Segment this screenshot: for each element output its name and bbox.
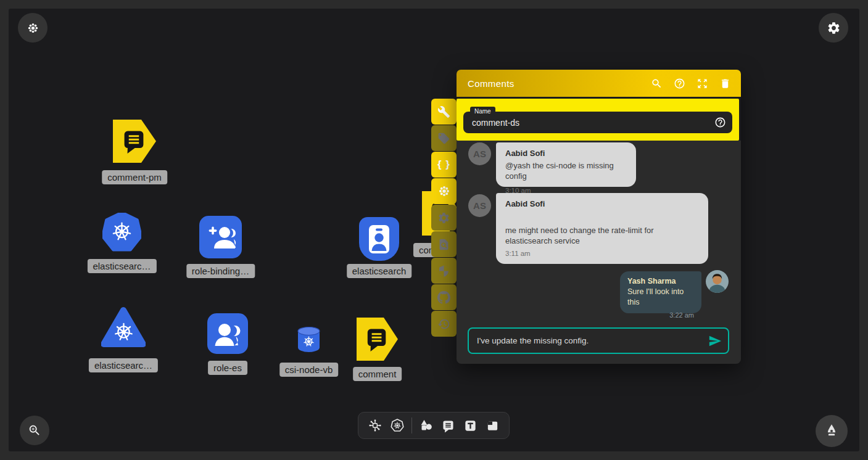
kubernetes-context-button[interactable] bbox=[18, 13, 48, 43]
connect-nodes-icon bbox=[368, 418, 382, 433]
comment-composer bbox=[468, 327, 729, 354]
name-help-button[interactable] bbox=[714, 117, 726, 128]
kubernetes-button[interactable] bbox=[386, 414, 408, 437]
shapes-button[interactable] bbox=[415, 414, 437, 437]
node-label: comment-pm bbox=[102, 170, 167, 184]
toolbar-settings-button[interactable] bbox=[431, 205, 457, 231]
message-author: Aabid Sofi bbox=[505, 149, 627, 158]
name-field-section: Name bbox=[457, 99, 739, 141]
toolbar-configure-button[interactable] bbox=[431, 99, 457, 125]
node-csi-node[interactable]: csi-node-vb bbox=[297, 327, 320, 353]
delete-button[interactable] bbox=[719, 78, 731, 89]
help-icon bbox=[714, 117, 726, 128]
github-icon bbox=[437, 291, 450, 304]
toolbar-mesh-button[interactable] bbox=[431, 178, 457, 204]
toolbar-inspect-button[interactable] bbox=[431, 231, 457, 257]
toolbar-security-button[interactable] bbox=[431, 258, 457, 284]
wrench-icon bbox=[437, 105, 450, 118]
message-author: Aabid Sofi bbox=[505, 199, 699, 208]
kubernetes-triangle-icon bbox=[101, 305, 146, 350]
avatar-initials: AS bbox=[473, 149, 486, 159]
note-icon bbox=[486, 419, 500, 433]
toolbar-json-button[interactable]: { } bbox=[431, 152, 457, 178]
avatar-initials: AS bbox=[473, 200, 486, 211]
pen-nib-icon bbox=[824, 423, 840, 439]
message-bubble: Aabid Sofi @yash the csi-node is missing… bbox=[496, 142, 636, 187]
id-badge-icon bbox=[359, 217, 399, 261]
node-label: elasticsearch bbox=[347, 264, 412, 278]
message-bubble: Yash Sharma Sure I'll look into this 3:2… bbox=[620, 271, 701, 313]
name-field-label: Name bbox=[470, 107, 495, 116]
toolbar-divider bbox=[411, 417, 412, 433]
gear-icon bbox=[827, 21, 841, 35]
search-button[interactable] bbox=[651, 78, 663, 89]
comments-thread: AS Aabid Sofi @yash the csi-node is miss… bbox=[457, 141, 741, 364]
comment-tool-button[interactable] bbox=[437, 414, 459, 437]
trash-icon bbox=[719, 78, 731, 89]
tag-icon bbox=[437, 132, 450, 145]
name-field: Name bbox=[463, 112, 732, 133]
node-label: role-binding… bbox=[186, 264, 255, 278]
settings-button[interactable] bbox=[819, 13, 848, 43]
braces-icon: { } bbox=[437, 158, 450, 171]
avatar: AS bbox=[468, 194, 491, 217]
connect-nodes-button[interactable] bbox=[364, 414, 386, 437]
message-text: @yash the csi-node is missing config bbox=[505, 160, 627, 181]
expand-icon bbox=[696, 78, 708, 89]
node-label: role-es bbox=[208, 361, 247, 375]
shapes-icon bbox=[419, 418, 434, 433]
message-time: 3:11 am bbox=[505, 250, 699, 257]
message-text: Sure I'll look into this bbox=[627, 287, 694, 308]
zoom-in-icon bbox=[28, 424, 41, 437]
user-photo-icon bbox=[706, 270, 729, 293]
text-tool-button[interactable] bbox=[459, 414, 481, 437]
node-elasticsearch-heptagon[interactable]: elasticsearc… bbox=[102, 213, 141, 252]
comment-node-icon bbox=[113, 120, 156, 163]
search-icon bbox=[651, 78, 663, 89]
panel-title: Comments bbox=[468, 78, 651, 89]
node-elasticsearch-triangle[interactable]: elasticsearc… bbox=[101, 305, 146, 350]
text-icon bbox=[463, 419, 477, 433]
zoom-button[interactable] bbox=[20, 416, 49, 445]
toolbar-history-button[interactable] bbox=[431, 311, 457, 337]
kubernetes-icon bbox=[390, 418, 405, 433]
node-label: comment bbox=[353, 367, 402, 381]
help-button[interactable] bbox=[674, 78, 685, 89]
draw-tool-button[interactable] bbox=[816, 415, 848, 447]
node-role-es[interactable]: role-es bbox=[207, 313, 248, 354]
comment-node-icon bbox=[357, 318, 398, 361]
message-author: Yash Sharma bbox=[627, 277, 694, 285]
message-text: me might need to change the rate-limit f… bbox=[505, 225, 699, 246]
comments-panel-header[interactable]: Comments bbox=[457, 70, 741, 97]
message-time: 3:22 am bbox=[627, 311, 694, 319]
app-window: comment-pm elasticsearc… bbox=[0, 0, 868, 460]
shape-toolbar bbox=[358, 412, 510, 439]
storage-cylinder-icon bbox=[297, 327, 320, 353]
kubernetes-heptagon-icon bbox=[102, 213, 141, 252]
node-role-binding[interactable]: role-binding… bbox=[199, 216, 242, 258]
expand-button[interactable] bbox=[696, 78, 708, 89]
role-binding-icon bbox=[199, 216, 242, 258]
comment-icon bbox=[441, 419, 455, 433]
mesh-flower-icon bbox=[437, 184, 451, 198]
comments-panel: Comments Name bbox=[457, 70, 741, 364]
comment-input[interactable] bbox=[469, 336, 728, 345]
node-comment-pm[interactable]: comment-pm bbox=[113, 120, 156, 163]
doc-search-icon bbox=[437, 238, 450, 251]
history-icon bbox=[437, 318, 450, 331]
node-label: csi-node-vb bbox=[279, 363, 339, 377]
message-bubble: Aabid Sofi me might need to change the r… bbox=[496, 193, 708, 264]
node-label: elasticsearc… bbox=[89, 358, 158, 372]
node-elasticsearch-serviceaccount[interactable]: elasticsearch bbox=[359, 217, 399, 261]
note-tool-button[interactable] bbox=[481, 414, 503, 437]
role-icon bbox=[207, 313, 248, 354]
node-label: elasticsearc… bbox=[87, 259, 156, 273]
kubernetes-flower-icon bbox=[27, 22, 39, 35]
avatar: AS bbox=[468, 142, 491, 165]
send-button[interactable] bbox=[708, 334, 722, 348]
name-input[interactable] bbox=[463, 118, 732, 128]
toolbar-tag-button[interactable] bbox=[431, 125, 457, 151]
avatar-photo bbox=[706, 270, 729, 293]
toolbar-github-button[interactable] bbox=[431, 284, 457, 310]
node-comment[interactable]: comment bbox=[357, 318, 398, 361]
